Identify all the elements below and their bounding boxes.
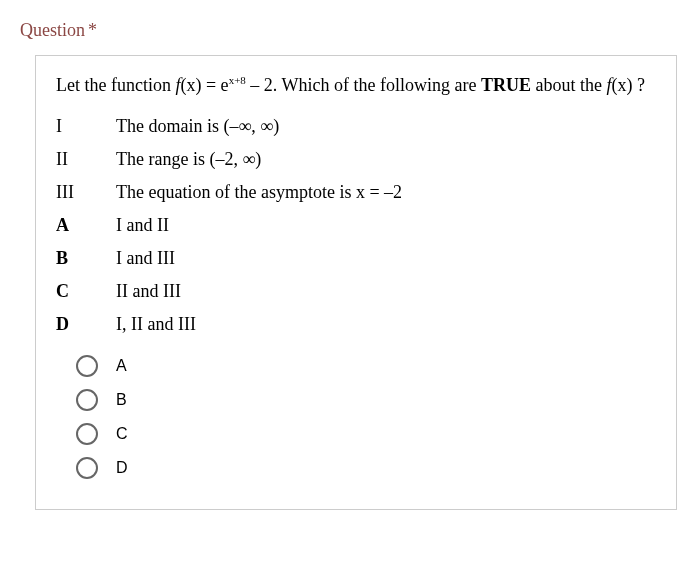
table-row: III The equation of the asymptote is x =… — [56, 176, 414, 209]
option-label: D — [116, 459, 128, 477]
answer-text: I and II — [116, 209, 414, 242]
table-row: B I and III — [56, 242, 414, 275]
answer-options: A B C D — [76, 355, 658, 479]
answer-text: I, II and III — [116, 308, 414, 341]
radio-icon — [76, 423, 98, 445]
table-row: A I and II — [56, 209, 414, 242]
option-a[interactable]: A — [76, 355, 658, 377]
answer-label: C — [56, 275, 116, 308]
statement-text: The equation of the asymptote is x = –2 — [116, 176, 414, 209]
stem-exponent: x+8 — [229, 74, 246, 86]
statement-label: II — [56, 143, 116, 176]
stmt3-prefix: The equation of the asymptote is — [116, 182, 356, 202]
stem-tail-arg: (x) ? — [611, 75, 644, 95]
stmt3-rest: = –2 — [365, 182, 402, 202]
statements-table: I The domain is (–∞, ∞) II The range is … — [56, 110, 414, 341]
option-label: A — [116, 357, 127, 375]
statement-text: The range is (–2, ∞) — [116, 143, 414, 176]
option-d[interactable]: D — [76, 457, 658, 479]
stem-func-arg: (x) = e — [180, 75, 228, 95]
option-c[interactable]: C — [76, 423, 658, 445]
radio-icon — [76, 457, 98, 479]
statement-label: III — [56, 176, 116, 209]
radio-icon — [76, 355, 98, 377]
option-b[interactable]: B — [76, 389, 658, 411]
table-row: I The domain is (–∞, ∞) — [56, 110, 414, 143]
required-asterisk: * — [88, 20, 97, 40]
stem-suffix: about the — [531, 75, 606, 95]
statement-label: I — [56, 110, 116, 143]
stem-prefix: Let the function — [56, 75, 175, 95]
table-row: C II and III — [56, 275, 414, 308]
radio-icon — [76, 389, 98, 411]
answer-label: D — [56, 308, 116, 341]
question-title: Question — [20, 20, 85, 40]
question-label: Question* — [20, 20, 677, 41]
answer-label: A — [56, 209, 116, 242]
statement-text: The domain is (–∞, ∞) — [116, 110, 414, 143]
answer-label: B — [56, 242, 116, 275]
stmt3-var: x — [356, 182, 365, 202]
question-stem: Let the function f(x) = ex+8 – 2. Which … — [56, 74, 658, 96]
table-row: D I, II and III — [56, 308, 414, 341]
stem-func-right: – 2. Which of the following are — [246, 75, 481, 95]
stem-bold: TRUE — [481, 75, 531, 95]
option-label: B — [116, 391, 127, 409]
question-content: Let the function f(x) = ex+8 – 2. Which … — [35, 55, 677, 510]
answer-text: II and III — [116, 275, 414, 308]
option-label: C — [116, 425, 128, 443]
table-row: II The range is (–2, ∞) — [56, 143, 414, 176]
answer-text: I and III — [116, 242, 414, 275]
